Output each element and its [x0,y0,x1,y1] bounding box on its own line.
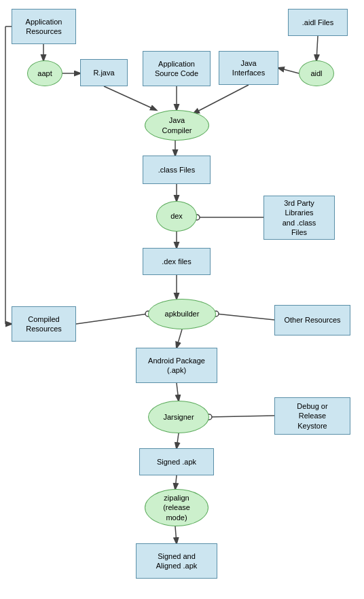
svg-line-20 [177,329,182,348]
svg-line-25 [175,475,177,489]
dex-ellipse: dex [156,201,197,232]
aidl-files-box: .aidl Files [288,9,348,36]
svg-line-4 [104,86,156,110]
svg-line-3 [278,68,299,73]
signed-aligned-box: Signed and Aligned .apk [136,543,217,579]
zipalign-ellipse: zipalign (release mode) [145,489,208,526]
svg-line-18 [216,314,274,320]
signed-apk-box: Signed .apk [139,448,214,475]
class-files-box: .class Files [143,156,211,184]
svg-line-1 [316,36,318,60]
svg-line-6 [194,85,249,113]
third-party-box: 3rd Party Libraries and .class Files [263,196,335,240]
aapt-ellipse: aapt [27,60,62,86]
apkbuilder-ellipse: apkbuilder [148,299,216,329]
java-interfaces-box: Java Interfaces [219,51,278,85]
aidl-ellipse: aidl [299,60,334,86]
svg-line-24 [177,433,179,448]
debug-release-box: Debug or Release Keystore [274,397,350,435]
svg-line-13 [76,314,148,324]
android-package-box: Android Package (.apk) [136,348,217,383]
svg-line-21 [177,383,179,401]
application-resources-box: Application Resources [12,9,76,44]
app-source-box: Application Source Code [143,51,211,86]
svg-line-22 [209,416,274,417]
dex-files-box: .dex files [143,248,211,275]
svg-line-26 [175,526,177,543]
rjava-box: R.java [80,59,128,86]
jarsigner-ellipse: Jarsigner [148,401,209,433]
compiled-resources-box: Compiled Resources [12,306,76,342]
diagram: Application Resources .aidl Files aapt R… [0,0,364,599]
java-compiler-ellipse: Java Compiler [145,110,209,141]
other-resources-box: Other Resources [274,305,350,335]
